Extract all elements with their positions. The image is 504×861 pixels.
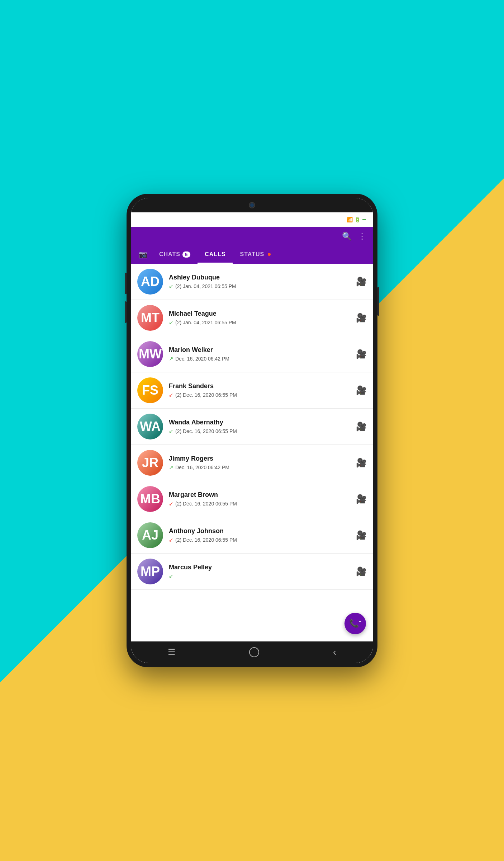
- call-direction-icon: ↙: [169, 392, 173, 398]
- avatar: WA: [137, 414, 163, 439]
- contact-meta: ↗ Dec. 16, 2020 06:42 PM: [169, 464, 352, 471]
- status-dot: [268, 253, 271, 256]
- call-list-item[interactable]: MP Marcus Pelley ↙ 🎥: [131, 554, 373, 590]
- video-call-icon[interactable]: 🎥: [356, 566, 367, 577]
- back-icon[interactable]: ‹: [333, 646, 336, 658]
- camera-lens: [250, 203, 254, 207]
- call-detail: (2) Dec. 16, 2020 06:55 PM: [175, 537, 237, 543]
- avatar: MP: [137, 559, 163, 584]
- contact-info: Frank Sanders ↙ (2) Dec. 16, 2020 06:55 …: [169, 382, 352, 398]
- contact-name: Margaret Brown: [169, 491, 352, 499]
- contact-meta: ↙ (2) Dec. 16, 2020 06:55 PM: [169, 392, 352, 398]
- contact-meta: ↙ (2) Dec. 16, 2020 06:55 PM: [169, 537, 352, 543]
- home-button[interactable]: [249, 647, 259, 657]
- contact-meta: ↗ Dec. 16, 2020 06:42 PM: [169, 356, 352, 362]
- contact-name: Frank Sanders: [169, 382, 352, 390]
- bottom-nav-bar: ☰ ‹: [131, 641, 373, 663]
- video-call-icon[interactable]: 🎥: [356, 530, 367, 540]
- avatar: MB: [137, 486, 163, 512]
- signal-bars: 📶: [347, 217, 353, 222]
- tab-camera[interactable]: 📷: [134, 246, 152, 262]
- phone-top-bar: [131, 198, 373, 212]
- call-list-item[interactable]: MT Michael Teague ↙ (2) Jan. 04, 2021 06…: [131, 300, 373, 336]
- call-list-item[interactable]: JR Jimmy Rogers ↗ Dec. 16, 2020 06:42 PM…: [131, 445, 373, 481]
- video-call-icon[interactable]: 🎥: [356, 422, 367, 432]
- call-list-item[interactable]: MW Marion Welker ↗ Dec. 16, 2020 06:42 P…: [131, 336, 373, 372]
- calls-list: AD Ashley Dubuque ↙ (2) Jan. 04, 2021 06…: [131, 264, 373, 641]
- call-detail: Dec. 16, 2020 06:42 PM: [175, 465, 229, 470]
- contact-name: Ashley Dubuque: [169, 274, 352, 281]
- status-icons: 📶 🔋: [345, 217, 366, 222]
- call-detail: (2) Jan. 04, 2021 06:55 PM: [175, 320, 236, 325]
- call-detail: (2) Dec. 16, 2020 06:55 PM: [175, 392, 237, 398]
- new-call-icon: 📞+: [349, 619, 361, 628]
- tab-chats[interactable]: CHATS 5: [152, 246, 198, 263]
- avatar: AD: [137, 269, 163, 295]
- call-detail: (2) Dec. 16, 2020 06:55 PM: [175, 428, 237, 434]
- phone-frame: 📶 🔋 🔍 ⋮ 📷 CHATS 5: [127, 194, 377, 667]
- chats-badge: 5: [182, 251, 190, 258]
- contact-info: Margaret Brown ↙ (2) Dec. 16, 2020 06:55…: [169, 491, 352, 507]
- tab-chats-label: CHATS: [159, 251, 180, 258]
- contact-meta: ↙ (2) Jan. 04, 2021 06:55 PM: [169, 319, 352, 326]
- contact-info: Marion Welker ↗ Dec. 16, 2020 06:42 PM: [169, 346, 352, 362]
- app-header: 🔍 ⋮: [131, 227, 373, 246]
- new-call-fab[interactable]: 📞+: [344, 613, 366, 634]
- header-actions: 🔍 ⋮: [342, 232, 366, 241]
- vol-up-button: [125, 273, 127, 294]
- more-options-icon[interactable]: ⋮: [358, 232, 366, 241]
- wifi-icon: 🔋: [355, 217, 361, 222]
- video-call-icon[interactable]: 🎥: [356, 458, 367, 468]
- call-direction-icon: ↙: [169, 537, 173, 543]
- tab-calls-label: CALLS: [205, 251, 225, 258]
- avatar: MT: [137, 305, 163, 331]
- video-call-icon[interactable]: 🎥: [356, 313, 367, 323]
- contact-name: Marion Welker: [169, 346, 352, 354]
- phone-screen: 📶 🔋 🔍 ⋮ 📷 CHATS 5: [131, 198, 373, 663]
- contact-info: Anthony Johnson ↙ (2) Dec. 16, 2020 06:5…: [169, 527, 352, 543]
- tab-status[interactable]: STATUS: [233, 246, 278, 263]
- call-direction-icon: ↙: [169, 500, 173, 507]
- contact-name: Wanda Abernathy: [169, 419, 352, 426]
- call-direction-icon: ↗: [169, 464, 173, 471]
- vol-down-button: [125, 301, 127, 323]
- tab-status-label: STATUS: [240, 251, 264, 258]
- contact-name: Marcus Pelley: [169, 564, 352, 571]
- contact-info: Ashley Dubuque ↙ (2) Jan. 04, 2021 06:55…: [169, 274, 352, 290]
- call-list-item[interactable]: WA Wanda Abernathy ↙ (2) Dec. 16, 2020 0…: [131, 409, 373, 445]
- avatar: MW: [137, 341, 163, 367]
- status-bar: 📶 🔋: [131, 212, 373, 227]
- call-list-item[interactable]: AJ Anthony Johnson ↙ (2) Dec. 16, 2020 0…: [131, 517, 373, 554]
- call-direction-icon: ↙: [169, 428, 173, 434]
- camera-notch: [249, 202, 255, 208]
- call-list-item[interactable]: MB Margaret Brown ↙ (2) Dec. 16, 2020 06…: [131, 481, 373, 517]
- contact-name: Jimmy Rogers: [169, 455, 352, 462]
- video-call-icon[interactable]: 🎥: [356, 385, 367, 395]
- call-direction-icon: ↗: [169, 356, 173, 362]
- video-call-icon[interactable]: 🎥: [356, 277, 367, 287]
- call-direction-icon: ↙: [169, 319, 173, 326]
- avatar: FS: [137, 377, 163, 403]
- contact-info: Jimmy Rogers ↗ Dec. 16, 2020 06:42 PM: [169, 455, 352, 471]
- tab-calls[interactable]: CALLS: [198, 246, 233, 263]
- camera-icon: 📷: [139, 250, 148, 258]
- power-button: [377, 287, 379, 316]
- call-direction-icon: ↙: [169, 283, 173, 290]
- video-call-icon[interactable]: 🎥: [356, 494, 367, 504]
- contact-meta: ↙: [169, 573, 352, 579]
- contact-info: Michael Teague ↙ (2) Jan. 04, 2021 06:55…: [169, 310, 352, 326]
- call-list-item[interactable]: AD Ashley Dubuque ↙ (2) Jan. 04, 2021 06…: [131, 264, 373, 300]
- contact-name: Michael Teague: [169, 310, 352, 317]
- contact-meta: ↙ (2) Jan. 04, 2021 06:55 PM: [169, 283, 352, 290]
- menu-icon[interactable]: ☰: [168, 647, 176, 657]
- tabs-bar: 📷 CHATS 5 CALLS STATUS: [131, 246, 373, 264]
- avatar: AJ: [137, 522, 163, 548]
- battery-indicator: [362, 219, 366, 220]
- call-list-item[interactable]: FS Frank Sanders ↙ (2) Dec. 16, 2020 06:…: [131, 372, 373, 409]
- search-icon[interactable]: 🔍: [342, 232, 352, 241]
- call-detail: (2) Jan. 04, 2021 06:55 PM: [175, 283, 236, 289]
- video-call-icon[interactable]: 🎥: [356, 349, 367, 359]
- call-detail: (2) Dec. 16, 2020 06:55 PM: [175, 501, 237, 507]
- contact-info: Marcus Pelley ↙: [169, 564, 352, 579]
- avatar: JR: [137, 450, 163, 476]
